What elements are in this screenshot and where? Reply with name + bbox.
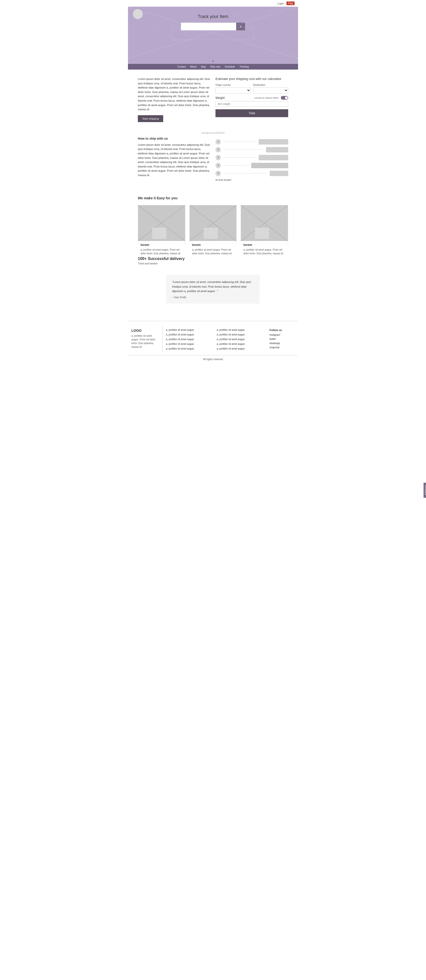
footer-link-2-3[interactable]: a, porttitor sit amet augue. [217,338,262,340]
volume-metric-toggle[interactable] [281,96,288,100]
footer-links-col: a, porttitor sit amet augue. a, porttito… [162,326,266,353]
easy-card-image-2 [189,205,237,241]
easy-card-name-2: lorem [192,243,234,247]
nav-item-tracking[interactable]: Tracking [239,65,249,68]
how-to-ship-content: How to ship with us Lorem ipsum dolor si… [128,134,298,189]
step-row-4: 4 [215,163,288,168]
footer-social-title: Follow us [269,329,295,331]
hero-search-input[interactable] [181,23,236,30]
destination-select[interactable] [253,88,288,94]
footer-logo-col: LOGO a, porttitor sit amet augue. Proin … [128,326,162,353]
placeholder-svg-1 [138,205,185,241]
footer-logo: LOGO [131,329,159,332]
step-row-3: 3 [215,155,288,160]
hero-search-button[interactable]: > [236,23,245,30]
footer-link-list-2: a, porttitor sit amet augue. a, porttito… [217,329,262,350]
footer-social-snapchat[interactable]: snapchat [269,346,295,349]
footer-link-1-1[interactable]: a, porttitor sit amet augue. [166,329,212,331]
step-box-2 [266,147,288,153]
footer-link-2-4[interactable]: a, porttitor sit amet augue. [217,343,262,345]
how-to-ship-section: background attached How to ship with us … [128,129,298,189]
top-bar: Login Flag [128,0,298,7]
hero-section: Track your Item > [128,7,298,59]
easy-card-image-1 [138,205,185,241]
start-shipping-button[interactable]: Start shipping [138,115,163,122]
how-text-block: How to ship with us Lorem ipsum dolor si… [138,137,211,178]
spacer [128,311,298,321]
easy-card-content-1: lorem a, porttitor sit amet augue. Proin… [138,241,185,257]
footer-link-2-2[interactable]: a, porttitor sit amet augue. [217,333,262,336]
easy-card-3: lorem a, porttitor sit amet augue. Proin… [241,205,288,244]
easy-section: We make it Easy for you lorem a, porttit… [128,189,298,251]
svg-rect-13 [203,228,218,239]
testimonial-text: "Lorem ipsum dolor sit amet, consectetur… [172,280,254,294]
origin-select[interactable] [215,88,251,94]
toggle-label: convert to volume metric [254,97,278,99]
destination-label: Destination [253,84,288,86]
item-weight-input[interactable] [215,101,288,107]
step-simple-label: Its that simple! [215,178,288,181]
testimonial-author: ~ Sam Smith [172,296,254,299]
step-num-1: 1 [215,139,221,145]
nav-item-ship-now[interactable]: Ship now [210,65,220,68]
easy-title: We make it Easy for you [138,196,288,200]
destination-field: Destination [253,84,288,94]
placeholder-svg-2 [189,205,237,241]
hero-logo [133,9,143,19]
step-line-2 [223,150,264,150]
easy-card-content-2: lorem a, porttitor sit amet augue. Proin… [189,241,237,257]
easy-card-name-1: lorem [140,243,183,247]
easy-card-content-3: lorem a, porttitor sit amet augue. Proin… [241,241,288,257]
step-num-4: 4 [215,163,221,168]
stats-sub: Tried and tested [138,262,288,265]
step-num-2: 2 [215,147,221,153]
step-line-4 [223,165,249,165]
step-row-1: 1 [215,139,288,145]
easy-card-image-3 [241,205,288,241]
step-row-5: 5 [215,171,288,176]
footer-social-col: Follow us instagram twitter whatsapp sna… [266,326,298,353]
step-box-4 [251,163,288,168]
easy-card-desc-3: a, porttitor sit amet augue. Proin vel d… [243,248,286,255]
nav-item-contact[interactable]: Contact [177,65,186,68]
svg-rect-17 [255,228,269,239]
step-box-1 [259,139,288,145]
footer-link-1-3[interactable]: a, porttitor sit amet augue. [166,338,212,340]
easy-cards-row: lorem a, porttitor sit amet augue. Proin… [138,205,288,244]
origin-field: Origin country [215,84,251,94]
nav-item-blog[interactable]: blog [201,65,206,68]
step-line-1 [223,142,256,142]
step-num-5: 5 [215,171,221,176]
footer-social-whatsapp[interactable]: whatsapp [269,342,295,345]
nav-chevron-icon: ▼ [212,60,214,63]
how-title: How to ship with us [138,137,211,140]
shipping-calculator: Estimate your shipping cost with our cal… [215,77,288,117]
testimonial-section: "Lorem ipsum dolor sit amet, consectetur… [128,272,298,311]
easy-card-2: lorem a, porttitor sit amet augue. Proin… [189,205,237,244]
nav-item-schedule[interactable]: Schedule [224,65,235,68]
footer-copyright: All rights reserved [128,355,298,363]
testimonial-box: "Lorem ipsum dolor sit amet, consectetur… [166,275,260,304]
footer-link-1-4[interactable]: a, porttitor sit amet augue. [166,343,212,345]
step-box-5 [270,171,288,176]
flag-button[interactable]: Flag [286,2,295,5]
login-link[interactable]: Login [277,2,284,5]
step-row-2: 2 [215,147,288,153]
calc-location-row: Origin country Destination [215,84,288,94]
calc-total-button[interactable]: Total [215,109,288,117]
steps-block: 1 2 3 4 5 [215,137,288,181]
footer-link-1-2[interactable]: a, porttitor sit amet augue. [166,333,212,336]
footer-social-twitter[interactable]: twitter [269,338,295,340]
footer-social-instagram[interactable]: instagram [269,334,295,336]
hero-search-form: > [181,23,245,30]
nav-item-about[interactable]: About [190,65,197,68]
bg-attached-label: background attached [128,129,298,134]
footer-main: LOGO a, porttitor sit amet augue. Proin … [128,326,298,353]
footer-link-list-1: a, porttitor sit amet augue. a, porttito… [166,329,212,350]
footer-link-1-5[interactable]: a, porttitor sit amet augue. [166,347,212,350]
intro-calc-section: Lorem ipsum dolor sit amet, consectetur … [128,70,298,129]
footer-link-2-5[interactable]: a, porttitor sit amet augue. [217,347,262,350]
intro-body: Lorem ipsum dolor sit amet, consectetur … [138,77,211,112]
origin-label: Origin country [215,84,251,86]
footer-link-2-1[interactable]: a, porttitor sit amet augue. [217,329,262,331]
